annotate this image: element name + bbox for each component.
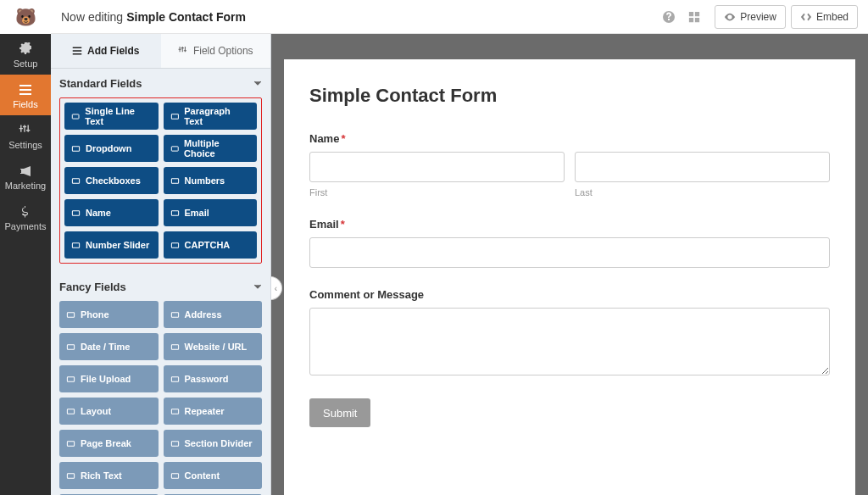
field-option-dropdown[interactable]: Dropdown	[64, 135, 159, 162]
section-standard-fields[interactable]: Standard Fields	[59, 69, 262, 97]
divider-icon	[170, 439, 180, 448]
field-option-number-slider[interactable]: Number Slider	[64, 231, 159, 259]
tab-add-fields[interactable]: Add Fields	[51, 34, 161, 68]
chevron-down-icon	[253, 282, 262, 291]
upload-icon	[66, 375, 75, 384]
nav-fields[interactable]: Fields	[0, 75, 51, 115]
field-option-phone[interactable]: Phone	[59, 301, 159, 328]
field-option-multiple-choice[interactable]: Multiple Choice	[164, 135, 258, 162]
chevron-down-icon	[253, 79, 262, 87]
nav-setup[interactable]: Setup	[0, 34, 51, 75]
embed-button[interactable]: Embed	[791, 5, 858, 29]
shield-icon	[170, 241, 180, 250]
field-option-layout[interactable]: Layout	[59, 398, 159, 425]
field-option-repeater[interactable]: Repeater	[164, 398, 263, 425]
field-name[interactable]: Name* First Last	[309, 132, 830, 197]
add-fields-icon	[72, 46, 82, 56]
label-comment: Comment or Message	[309, 288, 830, 301]
label-name: Name*	[309, 132, 830, 145]
sliders-icon	[18, 124, 33, 137]
user-icon	[71, 209, 81, 218]
field-option-address[interactable]: Address	[164, 301, 263, 328]
layout-icon	[66, 407, 75, 416]
preview-button[interactable]: Preview	[715, 5, 786, 29]
label-email: Email*	[309, 218, 830, 231]
panel-collapse-handle[interactable]: ‹	[271, 276, 282, 300]
form-canvas-wrap: ‹ Simple Contact Form Name* First	[271, 34, 868, 495]
canvas-form-title: Simple Contact Form	[309, 85, 830, 107]
standard-fields-grid: Single Line TextParagraph TextDropdownMu…	[59, 97, 262, 264]
radio-icon	[170, 144, 180, 153]
field-option-paragraph-text[interactable]: Paragraph Text	[164, 103, 258, 130]
pagebreak-icon	[66, 439, 75, 448]
slider-icon	[71, 241, 81, 250]
eye-icon	[724, 11, 736, 23]
nav-marketing[interactable]: Marketing	[0, 156, 51, 197]
field-option-name[interactable]: Name	[64, 199, 159, 226]
tab-field-options[interactable]: Field Options	[161, 34, 271, 68]
bullhorn-icon	[18, 164, 33, 178]
fancy-fields-grid: PhoneAddressDate / TimeWebsite / URLFile…	[59, 301, 262, 495]
app-logo[interactable]: 🐻	[0, 0, 51, 34]
field-option-date-time[interactable]: Date / Time	[59, 333, 159, 360]
field-option-file-upload[interactable]: File Upload	[59, 365, 159, 392]
repeat-icon	[170, 407, 180, 416]
code-icon	[800, 11, 812, 23]
nav-payments[interactable]: Payments	[0, 197, 51, 237]
nav-label: Marketing	[5, 181, 46, 191]
field-option-captcha[interactable]: CAPTCHA	[164, 231, 258, 259]
nav-label: Settings	[8, 140, 42, 150]
field-option-single-line-text[interactable]: Single Line Text	[64, 103, 159, 130]
text-icon	[71, 112, 80, 121]
editing-prefix: Now editing	[61, 10, 123, 24]
field-options-icon	[178, 46, 188, 56]
sublabel-last: Last	[575, 187, 830, 197]
input-email[interactable]	[309, 237, 830, 268]
help-icon[interactable]	[659, 7, 679, 27]
phone-icon	[66, 310, 75, 320]
nav-label: Payments	[5, 221, 47, 231]
main-nav-sidebar: 🐻 Setup Fields Settings Marketing Paymen…	[0, 0, 51, 495]
mail-icon	[170, 209, 180, 218]
gear-icon	[18, 42, 33, 56]
field-option-page-break[interactable]: Page Break	[59, 430, 159, 457]
nav-label: Fields	[13, 99, 37, 109]
fields-panel: Add Fields Field Options Standard Fields…	[51, 34, 271, 495]
field-option-password[interactable]: Password	[164, 365, 263, 392]
field-option-section-divider[interactable]: Section Divider	[164, 430, 263, 457]
field-option-rich-text[interactable]: Rich Text	[59, 462, 159, 489]
checkbox-icon	[71, 176, 81, 186]
lock-icon	[170, 375, 180, 384]
form-canvas[interactable]: Simple Contact Form Name* First	[284, 59, 855, 495]
nav-settings[interactable]: Settings	[0, 115, 51, 156]
submit-button[interactable]: Submit	[309, 398, 370, 427]
field-option-checkboxes[interactable]: Checkboxes	[64, 167, 159, 194]
field-email[interactable]: Email*	[309, 218, 830, 268]
field-comment[interactable]: Comment or Message	[309, 288, 830, 378]
pin-icon	[170, 310, 180, 320]
apps-grid-icon[interactable]	[684, 7, 704, 27]
calendar-icon	[66, 342, 75, 352]
input-comment[interactable]	[309, 308, 830, 375]
content-icon	[170, 471, 180, 481]
link-icon	[170, 342, 180, 352]
field-option-email[interactable]: Email	[164, 199, 258, 226]
input-last-name[interactable]	[575, 152, 830, 182]
sublabel-first: First	[309, 187, 565, 197]
form-title[interactable]: Simple Contact Form	[126, 10, 246, 24]
hash-icon	[170, 176, 180, 186]
dollar-icon	[18, 205, 33, 219]
section-fancy-fields[interactable]: Fancy Fields	[59, 272, 262, 301]
list-icon	[18, 83, 33, 97]
input-first-name[interactable]	[309, 152, 565, 182]
richtext-icon	[66, 471, 75, 481]
paragraph-icon	[170, 112, 180, 121]
dropdown-icon	[71, 144, 81, 153]
field-option-website-url[interactable]: Website / URL	[164, 333, 263, 360]
nav-label: Setup	[14, 58, 38, 69]
field-option-numbers[interactable]: Numbers	[164, 167, 258, 194]
topbar: Now editing Simple Contact Form Preview …	[51, 0, 868, 34]
field-option-content[interactable]: Content	[164, 462, 263, 489]
